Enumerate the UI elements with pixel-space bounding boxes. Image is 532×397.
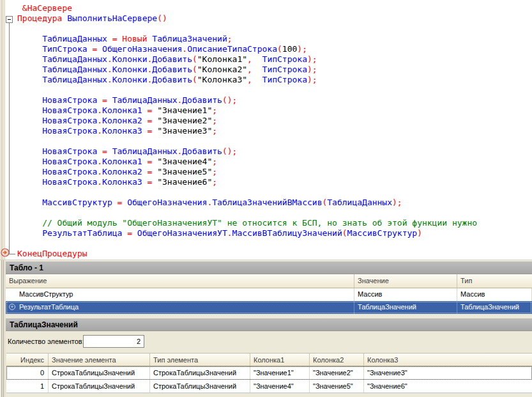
watch-value: ТаблицаЗначений	[354, 301, 457, 314]
code-line[interactable]: ТаблицаДанных.Колонки.Добавить("Колонка2…	[17, 65, 477, 75]
table-cell: "Значение5"	[310, 380, 364, 393]
value-table-controls: Количество элементов:	[6, 331, 532, 353]
table-cell: 0	[6, 366, 49, 380]
grid-header-index[interactable]: Индекс	[6, 354, 49, 366]
code-line[interactable]	[17, 187, 477, 198]
table-cell: СтрокаТаблицыЗначений	[150, 366, 250, 380]
table-cell: "Значение3"	[364, 366, 532, 380]
table-cell: "Значение1"	[250, 366, 310, 380]
table-row[interactable]: 1СтрокаТаблицыЗначенийСтрокаТаблицыЗначе…	[6, 380, 532, 393]
code-line[interactable]	[17, 85, 477, 95]
grid-header-column1[interactable]: Колонка1	[250, 354, 310, 366]
fold-connector-elbow	[9, 254, 15, 254]
tablo-row[interactable]: +РезультатТаблицаТаблицаЗначенийТаблицаЗ…	[6, 301, 532, 314]
code-line[interactable]: КонецПроцедуры	[17, 249, 477, 259]
code-line[interactable]	[17, 238, 477, 249]
table-cell: 1	[6, 380, 49, 393]
code-line[interactable]: НоваяСтрока = ТаблицаДанных.Добавить();	[17, 146, 477, 157]
tablo-panel-title[interactable]: Табло - 1	[6, 261, 532, 274]
value-table-title-text: ТаблицаЗначений	[10, 320, 78, 329]
code-line[interactable]: РезультатТаблица = ОбщегоНазначенияУТ.Ма…	[17, 228, 477, 238]
value-table-grid: Индекс Значение элемента Тип элемента Ко…	[6, 353, 532, 393]
code-line[interactable]: ТаблицаДанных.Колонки.Добавить("Колонка1…	[17, 54, 477, 65]
code-line[interactable]: ТаблицаДанных.Колонки.Добавить("Колонка3…	[17, 75, 477, 85]
element-count-label: Количество элементов:	[8, 338, 84, 345]
expand-plus-icon[interactable]: +	[9, 304, 15, 310]
grid-header-element-type[interactable]: Тип элемента	[150, 354, 250, 366]
grid-header-element-value[interactable]: Значение элемента	[49, 354, 150, 366]
watch-type: ТаблицаЗначений	[457, 301, 532, 314]
tablo-header-type[interactable]: Тип	[457, 274, 532, 288]
table-row[interactable]: 0СтрокаТаблицыЗначенийСтрокаТаблицыЗначе…	[6, 366, 532, 380]
grid-rows: 0СтрокаТаблицыЗначенийСтрокаТаблицыЗначе…	[6, 366, 532, 393]
code-lines: &НаСервереПроцедура ВыполнитьНаСервере()…	[17, 3, 477, 259]
code-line[interactable]: НоваяСтрока.Колонка2 = "Значение2";	[17, 116, 477, 126]
execution-pointer-icon	[1, 248, 10, 257]
fold-collapse-icon[interactable]	[6, 16, 13, 23]
code-line[interactable]	[17, 24, 477, 34]
watch-expression: +РезультатТаблица	[6, 301, 354, 314]
code-line[interactable]: НоваяСтрока.Колонка3 = "Значение3";	[17, 126, 477, 136]
code-line[interactable]: &НаСервере	[17, 3, 477, 13]
watch-value: Массив	[354, 288, 457, 301]
code-line[interactable]	[17, 136, 477, 146]
code-line[interactable]: ТаблицаДанных = Новый ТаблицаЗначений;	[17, 34, 477, 44]
code-line[interactable]: ТипСтрока = ОбщегоНазначения.ОписаниеТип…	[17, 44, 477, 54]
tablo-column-headers: Выражение Значение Тип	[6, 274, 532, 288]
code-line[interactable]: Процедура ВыполнитьНаСервере()	[17, 13, 477, 24]
code-line[interactable]: НоваяСтрока.Колонка1 = "Значение1";	[17, 105, 477, 116]
table-cell: СтрокаТаблицыЗначений	[150, 380, 250, 393]
grid-column-headers: Индекс Значение элемента Тип элемента Ко…	[6, 353, 532, 366]
table-cell: СтрокаТаблицыЗначений	[49, 366, 150, 380]
fold-connector-line	[9, 23, 10, 254]
editor-gutter	[0, 0, 5, 260]
tablo-row[interactable]: МассивСтруктурМассивМассив	[6, 288, 532, 301]
code-line[interactable]: // Общий модуль "ОбщегоНазначенияУТ" не …	[17, 218, 477, 228]
code-line[interactable]	[17, 208, 477, 218]
code-line[interactable]: НоваяСтрока.Колонка3 = "Значение6";	[17, 177, 477, 187]
table-cell: "Значение6"	[364, 380, 532, 393]
tablo-title-text: Табло - 1	[10, 263, 43, 272]
configurator-debug-view: { "colors": { "keyword": "#ff0000", "ide…	[0, 0, 532, 397]
table-cell: СтрокаТаблицыЗначений	[49, 380, 150, 393]
watch-type: Массив	[457, 288, 532, 301]
element-count-input[interactable]	[83, 335, 144, 348]
code-line[interactable]: МассивСтруктур = ОбщегоНазначения.Таблиц…	[17, 198, 477, 208]
code-line[interactable]: НоваяСтрока.Колонка2 = "Значение5";	[17, 167, 477, 177]
table-cell: "Значение4"	[250, 380, 310, 393]
grid-header-column3[interactable]: Колонка3	[364, 354, 532, 366]
value-table-panel-title[interactable]: ТаблицаЗначений	[6, 318, 532, 331]
code-line[interactable]: НоваяСтрока = ТаблицаДанных.Добавить();	[17, 95, 477, 105]
grid-header-column2[interactable]: Колонка2	[310, 354, 364, 366]
code-editor[interactable]: &НаСервереПроцедура ВыполнитьНаСервере()…	[0, 0, 532, 260]
panel-splitter-grip[interactable]	[0, 260, 6, 397]
tablo-header-value[interactable]: Значение	[354, 274, 457, 288]
watch-expression: МассивСтруктур	[6, 288, 354, 301]
debug-panels: Табло - 1 Выражение Значение Тип МассивС…	[0, 260, 532, 397]
code-line[interactable]: НоваяСтрока.Колонка1 = "Значение4";	[17, 157, 477, 167]
tablo-header-expression[interactable]: Выражение	[6, 274, 354, 288]
table-cell: "Значение2"	[310, 366, 364, 380]
